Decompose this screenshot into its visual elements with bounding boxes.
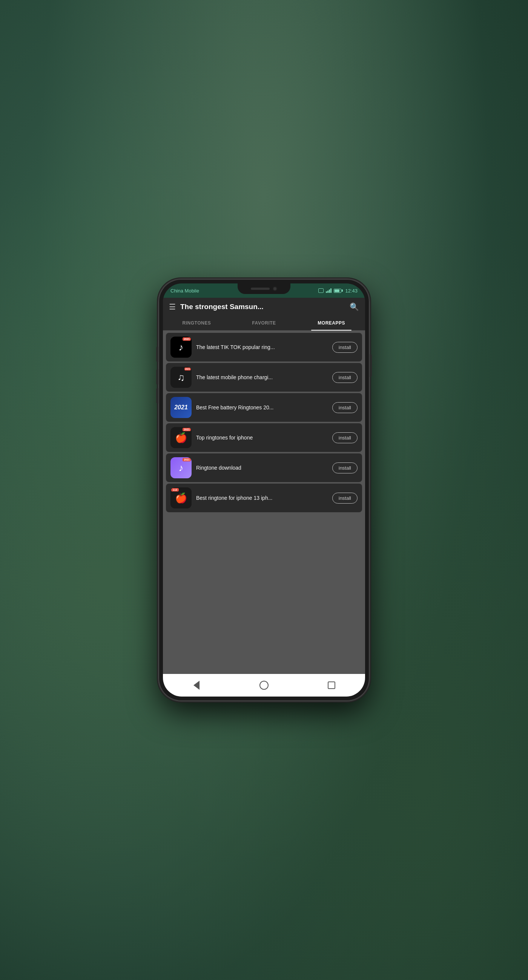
battery-body: [334, 289, 341, 293]
badge-2021: 2021: [183, 458, 191, 461]
signal-bar-3: [329, 290, 330, 293]
tabs-bar: RINGTONES FAVORITE MOREAPPS: [163, 316, 365, 331]
signal-bars: [326, 288, 332, 293]
app-icon-music: ♫ 2021: [171, 367, 191, 388]
list-item[interactable]: 🍎 113 Best ringtone for iphone 13 iph...…: [166, 484, 362, 512]
list-item[interactable]: ♪ 2021 Ringtone download install: [166, 453, 362, 482]
list-item[interactable]: ♪ 2021 The latest TIK TOK popular ring..…: [166, 333, 362, 361]
tab-moreapps[interactable]: MOREAPPS: [298, 316, 365, 330]
install-button-6[interactable]: install: [332, 493, 357, 504]
app-name-3: Best Free battery Ringtones 20...: [196, 404, 328, 410]
list-item[interactable]: ♫ 2021 The latest mobile phone chargi...…: [166, 363, 362, 391]
app-icon-2021blue: 2021: [171, 397, 191, 418]
install-button-4[interactable]: install: [332, 432, 357, 443]
tab-favorite[interactable]: FAVORITE: [230, 316, 298, 330]
status-right: 12:43: [318, 288, 357, 294]
badge-2021: 2021: [183, 337, 191, 341]
app-header: ☰ The strongest Samsun... 🔍: [163, 298, 365, 316]
badge-2021: 2021: [184, 368, 191, 371]
app-name-2: The latest mobile phone chargi...: [196, 374, 328, 380]
app-icon-tiktok: ♪ 2021: [171, 337, 191, 358]
search-icon[interactable]: 🔍: [349, 302, 359, 311]
back-icon: [193, 681, 199, 690]
time-display: 12:43: [345, 288, 357, 294]
nav-home-button[interactable]: [258, 679, 270, 691]
battery-fill: [335, 290, 340, 292]
menu-icon[interactable]: ☰: [169, 303, 176, 310]
home-icon: [260, 681, 268, 690]
phone-wrapper: China Mobile 12:43: [158, 279, 370, 701]
install-button-5[interactable]: install: [332, 463, 357, 473]
recent-icon: [328, 681, 335, 689]
sim-icon: [318, 288, 324, 293]
app-name-1: The latest TIK TOK popular ring...: [196, 344, 328, 350]
carrier-text: China Mobile: [171, 288, 199, 294]
app-icon-apple: 🍎 2021: [171, 427, 191, 448]
badge-113: 113: [171, 488, 179, 492]
signal-bar-2: [327, 291, 329, 293]
phone-screen: China Mobile 12:43: [163, 283, 365, 697]
signal-bar-1: [326, 291, 327, 293]
app-title: The strongest Samsun...: [180, 303, 345, 311]
list-item[interactable]: 🍎 2021 Top ringtones for iphone install: [166, 423, 362, 452]
install-button-2[interactable]: install: [332, 372, 357, 383]
app-icon-apple-dark: 🍎 113: [171, 487, 191, 509]
speaker: [251, 288, 270, 290]
camera: [273, 286, 277, 291]
list-item[interactable]: 2021 Best Free battery Ringtones 20... i…: [166, 393, 362, 422]
signal-bar-4: [330, 288, 332, 293]
nav-bar: [163, 674, 365, 697]
app-list: ♪ 2021 The latest TIK TOK popular ring..…: [163, 331, 365, 674]
install-button-1[interactable]: install: [332, 342, 357, 353]
nav-recent-button[interactable]: [326, 679, 337, 691]
battery-tip: [342, 290, 343, 292]
app-content: ☰ The strongest Samsun... 🔍 RINGTONES FA…: [163, 298, 365, 697]
app-icon-purple: ♪ 2021: [171, 457, 191, 478]
badge-2021: 2021: [183, 428, 191, 431]
tab-ringtones[interactable]: RINGTONES: [163, 316, 230, 330]
app-name-4: Top ringtones for iphone: [196, 434, 328, 441]
nav-back-button[interactable]: [191, 679, 202, 691]
app-name-5: Ringtone download: [196, 465, 328, 471]
install-button-3[interactable]: install: [332, 402, 357, 413]
phone-frame: China Mobile 12:43: [158, 279, 370, 701]
app-name-6: Best ringtone for iphone 13 iph...: [196, 495, 328, 501]
notch: [238, 283, 290, 294]
battery-icon: [334, 289, 343, 293]
